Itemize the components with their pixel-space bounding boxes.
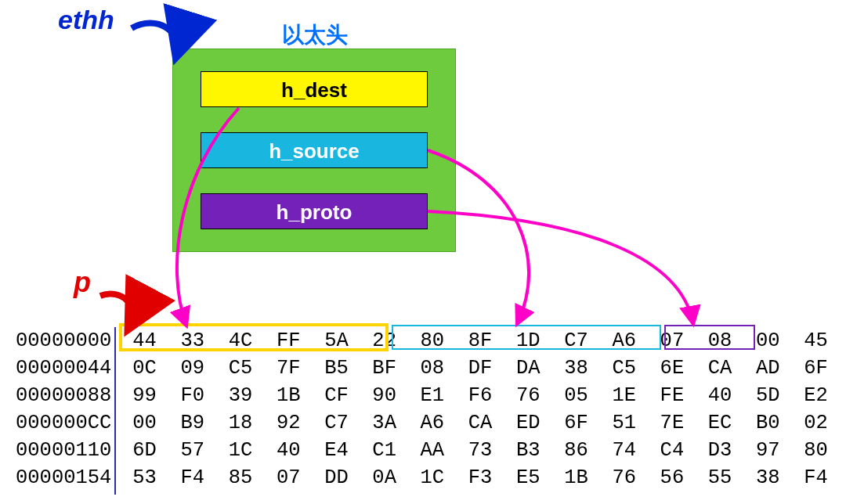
hex-span-h-proto [664,325,755,350]
ethh-pointer-label: ethh [58,5,114,35]
arrow-ethh [132,23,178,56]
hex-span-h-dest [119,323,389,351]
ethernet-header-struct: h_dest h_source h_proto [172,49,456,252]
hex-row: 00000154 53 F4 85 07 DD 0A 1C F3 E5 1B 7… [16,464,846,491]
hex-row: 000000CC 00 B9 18 92 C7 3A A6 CA ED 6F 5… [16,409,846,437]
hex-span-h-source [392,325,661,350]
arrow-h-proto [428,211,693,324]
hex-row: 00000110 6D 57 1C 40 E4 C1 AA 73 B3 86 7… [16,437,846,464]
p-pointer-label: p [74,266,91,299]
hex-row: 00000088 99 F0 39 1B CF 90 E1 F6 76 05 1… [16,382,846,409]
hex-row: 00000044 0C 09 C5 7F B5 BF 08 DF DA 38 C… [16,355,846,382]
field-h-proto: h_proto [201,193,428,229]
hex-dump: 00000000 44 33 4C FF 5A 22 80 8F 1D C7 A… [16,327,846,491]
ethernet-header-title: 以太头 [282,20,348,50]
field-h-dest: h_dest [201,71,428,107]
field-h-source: h_source [201,132,428,168]
